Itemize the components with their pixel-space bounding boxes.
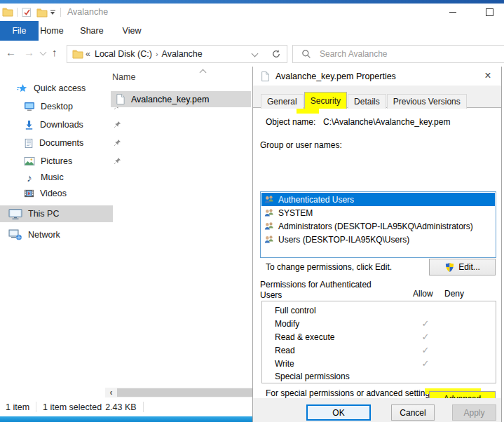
tab-details[interactable]: Details	[348, 94, 386, 109]
allow-checkmark: ✓	[413, 345, 438, 355]
file-icon	[115, 93, 125, 105]
refresh-button[interactable]	[265, 45, 287, 63]
up-button[interactable]: ↑	[52, 46, 57, 58]
sidebar-item-label: Documents	[39, 138, 83, 148]
allow-checkmark: ✓	[413, 332, 438, 342]
address-dropdown-icon[interactable]	[252, 50, 259, 57]
deny-column-header: Deny	[444, 289, 464, 299]
divider	[143, 402, 144, 412]
column-header-name[interactable]: Name	[112, 72, 135, 82]
search-icon	[301, 49, 311, 59]
tab-view[interactable]: View	[116, 21, 147, 41]
allow-column-header: Allow	[413, 289, 433, 299]
qat-new-folder-icon[interactable]	[36, 8, 48, 18]
divider	[60, 8, 61, 17]
properties-dialog: Avalanche_key.pem Properties × General S…	[252, 67, 502, 422]
group-users-icon	[264, 235, 275, 244]
breadcrumb-item[interactable]: Local Disk (C:)	[95, 49, 152, 59]
divider	[17, 8, 18, 17]
permissions-list: Full control Modify✓ Read & execute✓ Rea…	[261, 301, 496, 383]
file-row[interactable]: Avalanche_key.pem	[111, 91, 251, 107]
edit-button[interactable]: Edit...	[429, 259, 496, 275]
group-name: SYSTEM	[278, 208, 313, 218]
group-row[interactable]: Authenticated Users	[261, 193, 495, 206]
divider	[36, 402, 36, 412]
document-icon	[24, 138, 34, 149]
scroll-left-button[interactable]: ‹	[105, 388, 117, 397]
window-folder-icon	[2, 7, 13, 17]
history-dropdown-icon[interactable]	[40, 49, 47, 56]
back-button[interactable]: ←	[6, 46, 16, 58]
group-users-icon	[264, 222, 275, 231]
sidebar-item-music[interactable]: ♪ Music	[0, 169, 128, 186]
close-icon: ×	[484, 69, 491, 82]
sidebar-item-videos[interactable]: Videos	[0, 185, 128, 202]
pictures-icon	[24, 156, 35, 166]
sidebar-item-label: Videos	[40, 189, 67, 198]
maximize-button[interactable]	[474, 4, 504, 21]
selection-size: 2.43 KB	[105, 402, 136, 412]
group-users-icon	[264, 195, 275, 204]
window-title: Avalanche	[67, 7, 108, 17]
pin-icon	[114, 157, 121, 167]
computer-icon	[8, 208, 22, 220]
tab-previous-versions[interactable]: Previous Versions	[387, 94, 467, 109]
apply-button[interactable]: Apply	[452, 404, 496, 421]
tab-general[interactable]: General	[261, 94, 304, 109]
sidebar-item-desktop[interactable]: Desktop	[0, 98, 128, 115]
tab-share[interactable]: Share	[76, 21, 107, 41]
sidebar-item-documents[interactable]: Documents	[0, 135, 128, 151]
scrollbar-thumb[interactable]	[117, 388, 252, 397]
address-bar[interactable]: « Local Disk (C:) › Avalanche	[67, 45, 266, 63]
selection-count: 1 item selected	[43, 402, 102, 412]
ok-button[interactable]: OK	[306, 404, 371, 421]
sidebar-item-downloads[interactable]: Downloads	[0, 116, 128, 133]
music-note-icon: ♪	[24, 172, 35, 184]
permission-row: Read & execute✓	[262, 330, 496, 343]
close-button[interactable]: ×	[480, 68, 496, 83]
dialog-button-row: OK Cancel Apply	[253, 398, 501, 422]
sort-ascending-icon	[200, 67, 207, 74]
breadcrumb-separator-icon: ›	[156, 50, 158, 58]
folder-icon	[72, 49, 83, 59]
refresh-icon	[271, 49, 281, 59]
sidebar-item-label: This PC	[28, 209, 59, 219]
advanced-hint: For special permissions or advanced sett…	[266, 388, 436, 398]
maximize-icon	[486, 8, 493, 16]
address-row: ← → ↑ « Local Disk (C:) › Avalanche	[0, 41, 504, 67]
sidebar-item-network[interactable]: Network	[0, 226, 113, 243]
permission-row: Full control	[262, 304, 496, 317]
minimize-button[interactable]	[437, 4, 468, 21]
group-row[interactable]: Administrators (DESKTOP-ILA95KQ\Administ…	[261, 219, 495, 233]
forward-button[interactable]: →	[24, 46, 34, 58]
qat-properties-icon[interactable]	[22, 8, 32, 18]
sidebar-item-pictures[interactable]: Pictures	[0, 153, 128, 170]
sidebar-item-this-pc[interactable]: This PC	[0, 205, 113, 222]
sidebar-item-label: Music	[41, 172, 64, 182]
breadcrumb-item[interactable]: Avalanche	[162, 49, 203, 59]
quick-access-star-icon	[17, 83, 28, 94]
desktop-icon	[24, 102, 35, 111]
permissions-header-line2: Users	[260, 290, 282, 300]
group-name: Administrators (DESKTOP-ILA95KQ\Administ…	[278, 222, 473, 231]
group-users-icon	[264, 208, 275, 217]
sidebar-item-quick-access[interactable]: Quick access	[0, 80, 121, 97]
search-input[interactable]	[318, 48, 504, 60]
dialog-titlebar[interactable]: Avalanche_key.pem Properties ×	[253, 67, 501, 86]
group-row[interactable]: Users (DESKTOP-ILA95KQ\Users)	[261, 233, 495, 246]
cancel-button[interactable]: Cancel	[391, 404, 435, 421]
titlebar: Avalanche	[0, 4, 504, 21]
network-computer-icon	[8, 229, 22, 240]
uac-shield-icon	[444, 262, 455, 273]
tab-security[interactable]: Security	[304, 92, 347, 109]
permission-row: Special permissions	[262, 369, 496, 383]
group-row[interactable]: SYSTEM	[261, 206, 495, 219]
breadcrumb-overflow[interactable]: «	[86, 49, 90, 59]
group-name: Authenticated Users	[278, 195, 354, 205]
tab-home[interactable]: Home	[36, 21, 67, 41]
sidebar-item-label: Quick access	[34, 83, 86, 93]
qat-customize-dropdown-icon[interactable]	[50, 10, 55, 15]
pin-icon	[114, 121, 121, 130]
group-name: Users (DESKTOP-ILA95KQ\Users)	[278, 235, 409, 245]
tab-file[interactable]: File	[0, 21, 39, 41]
